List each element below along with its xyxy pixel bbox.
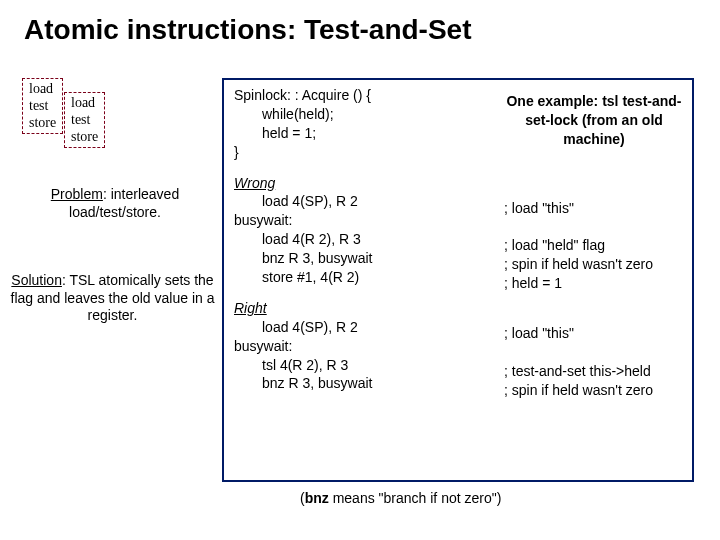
asm-line: bnz R 3, busywait: [234, 249, 373, 268]
code-close: }: [234, 143, 373, 162]
example-note: One example: tsl test-and-set-lock (from…: [504, 92, 684, 149]
asm-line: tsl 4(R 2), R 3: [234, 356, 373, 375]
op-store: store: [29, 115, 56, 132]
bnz-keyword: bnz: [305, 490, 329, 506]
asm-line: load 4(R 2), R 3: [234, 230, 373, 249]
problem-caption: Problem: interleaved load/test/store.: [30, 186, 200, 221]
slide-title: Atomic instructions: Test-and-Set: [0, 0, 720, 46]
comment: ; load "this": [504, 199, 694, 218]
comment: ; spin if held wasn't zero: [504, 381, 694, 400]
op-test: test: [71, 112, 98, 129]
op-load: load: [71, 95, 98, 112]
problem-label: Problem: [51, 186, 103, 202]
thread1-ops-box: load test store: [22, 78, 63, 134]
code-line: while(held);: [234, 105, 373, 124]
comment: ; test-and-set this->held: [504, 362, 694, 381]
wrong-header: Wrong: [234, 174, 373, 193]
code-signature: Spinlock: : Acquire () {: [234, 86, 373, 105]
busywait-label: busywait:: [234, 211, 373, 230]
solution-caption: Solution: TSL atomically sets the flag a…: [10, 272, 215, 325]
code-line: held = 1;: [234, 124, 373, 143]
comment: ; load "held" flag: [504, 236, 694, 255]
comment: ; load "this": [504, 324, 694, 343]
right-header: Right: [234, 299, 373, 318]
comment: ; spin if held wasn't zero: [504, 255, 694, 274]
asm-line: store #1, 4(R 2): [234, 268, 373, 287]
code-column: Spinlock: : Acquire () { while(held); he…: [234, 86, 373, 393]
comment: ; held = 1: [504, 274, 694, 293]
code-panel: Spinlock: : Acquire () { while(held); he…: [222, 78, 694, 482]
asm-line: load 4(SP), R 2: [234, 192, 373, 211]
footnote: (bnz means "branch if not zero"): [300, 490, 501, 506]
solution-label: Solution: [11, 272, 62, 288]
asm-line: bnz R 3, busywait: [234, 374, 373, 393]
thread2-ops-box: load test store: [64, 92, 105, 148]
op-store: store: [71, 129, 98, 146]
footnote-tail: means "branch if not zero"): [329, 490, 502, 506]
op-test: test: [29, 98, 56, 115]
busywait-label: busywait:: [234, 337, 373, 356]
op-load: load: [29, 81, 56, 98]
asm-line: load 4(SP), R 2: [234, 318, 373, 337]
